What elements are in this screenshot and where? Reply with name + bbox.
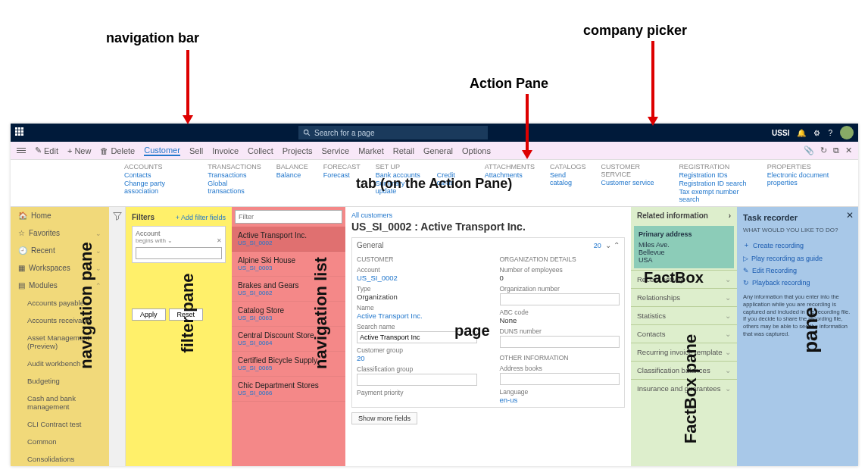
- factbox-primary-address[interactable]: Primary address Miles Ave. Bellevue USA: [634, 226, 734, 268]
- nav-home[interactable]: 🏠 Home: [11, 207, 109, 224]
- lbl-numemp: Number of employees: [500, 266, 620, 274]
- navlist-filter[interactable]: [235, 210, 342, 224]
- label-pane: pane: [799, 307, 823, 353]
- page-title: US_SI_0002 : Active Transport Inc.: [351, 221, 625, 233]
- tp-create[interactable]: ＋ Create recording: [743, 238, 852, 252]
- lbl-addrbooks: Address books: [500, 365, 620, 372]
- bell-icon[interactable]: 🔔: [797, 129, 806, 137]
- ap-prop[interactable]: Electronic document properties: [767, 171, 851, 186]
- tab-market[interactable]: Market: [358, 146, 384, 155]
- tp-play[interactable]: ▷ Play recording as guide: [743, 252, 852, 265]
- ap-accounts-hdr: ACCOUNTS: [124, 163, 192, 171]
- nav-m6[interactable]: Cash and bank management: [11, 390, 109, 415]
- tab-collect[interactable]: Collect: [248, 146, 273, 155]
- tab-service[interactable]: Service: [321, 146, 349, 155]
- filter-account-input[interactable]: [136, 247, 222, 259]
- tab-projects[interactable]: Projects: [283, 146, 313, 155]
- ap-balance[interactable]: Balance: [276, 171, 308, 179]
- classgroup-input[interactable]: [357, 374, 477, 386]
- val-name[interactable]: Active Transport Inc.: [357, 312, 477, 320]
- ap-reg3[interactable]: Tax exempt number search: [679, 188, 751, 203]
- lbl-custgroup: Customer group: [357, 346, 477, 354]
- nav-favorites[interactable]: ☆ Favorites⌄: [11, 224, 109, 242]
- ap-forecast-hdr: FORECAST: [323, 163, 361, 171]
- filter-toggle[interactable]: [109, 207, 126, 466]
- lbl-orgdet: ORGANIZATION DETAILS: [500, 255, 620, 263]
- tab-options[interactable]: Options: [462, 146, 491, 155]
- annot-nav-bar: navigation bar: [106, 30, 199, 46]
- lbl-orgnum: Organization number: [500, 285, 620, 293]
- label-tab-action: tab (on the Action Pane): [356, 176, 512, 192]
- addrbooks-input[interactable]: [500, 373, 620, 385]
- hamburger-icon[interactable]: [17, 148, 26, 153]
- section-general[interactable]: General: [357, 241, 384, 249]
- nav-m8[interactable]: Common: [11, 433, 109, 450]
- attach-icon[interactable]: 📎: [804, 146, 814, 155]
- nav-m5[interactable]: Budgeting: [11, 372, 109, 390]
- nav-m7[interactable]: CLI Contract test: [11, 415, 109, 433]
- val-custgroup[interactable]: 20: [357, 354, 477, 362]
- ap-attach-hdr: ATTACHMENTS: [485, 163, 535, 171]
- help-icon[interactable]: ?: [828, 129, 832, 137]
- ap-cs-hdr: CUSTOMER SERVICE: [601, 163, 664, 178]
- label-nav-list: navigation list: [311, 257, 331, 369]
- ap-reg1[interactable]: Registration IDs: [679, 171, 751, 179]
- lbl-classgroup: Classification group: [357, 365, 477, 373]
- show-more-button[interactable]: Show more fields: [351, 412, 417, 424]
- taskpane-close-icon[interactable]: ✕: [846, 210, 854, 221]
- refresh-icon[interactable]: ↻: [820, 146, 827, 155]
- ap-trans[interactable]: Transactions: [208, 171, 261, 179]
- orgnum-input[interactable]: [500, 293, 620, 305]
- ap-sendcat[interactable]: Send catalog: [550, 171, 586, 186]
- ap-contacts[interactable]: Contacts: [124, 171, 192, 179]
- val-account[interactable]: US_SI_0002: [357, 274, 477, 282]
- action-toolbar: ✎ Edit + New 🗑 Delete Customer Sell Invo…: [11, 142, 858, 160]
- tab-sell[interactable]: Sell: [189, 146, 203, 155]
- delete-button[interactable]: 🗑 Delete: [100, 146, 135, 155]
- breadcrumb[interactable]: All customers: [351, 211, 625, 219]
- tab-general[interactable]: General: [423, 146, 453, 155]
- add-filter-link[interactable]: + Add filter fields: [176, 214, 226, 221]
- annot-action-pane: Action Pane: [470, 76, 548, 92]
- avatar[interactable]: [840, 126, 854, 139]
- tab-retail[interactable]: Retail: [393, 146, 414, 155]
- ap-setup-hdr: SET UP: [376, 163, 422, 171]
- factbox-header[interactable]: Related information›: [631, 207, 737, 224]
- edit-button[interactable]: ✎ Edit: [35, 146, 58, 155]
- filters-title: Filters: [132, 213, 155, 221]
- tab-invoice[interactable]: Invoice: [212, 146, 239, 155]
- apply-button[interactable]: Apply: [132, 308, 166, 321]
- gear-icon[interactable]: ⚙: [813, 129, 820, 137]
- tp-playback[interactable]: ↻ Playback recording: [743, 277, 852, 289]
- new-button[interactable]: + New: [67, 146, 91, 155]
- task-recorder-pane: ✕ Task recorder WHAT WOULD YOU LIKE TO D…: [737, 207, 858, 466]
- fb-stats[interactable]: Statistics⌄: [631, 306, 737, 324]
- ap-forecast[interactable]: Forecast: [323, 171, 361, 179]
- tp-edit[interactable]: ✎ Edit Recording: [743, 265, 852, 277]
- app-launcher-icon[interactable]: [15, 127, 26, 138]
- duns-input[interactable]: [500, 336, 620, 348]
- label-factbox-pane: FactBox pane: [681, 334, 701, 443]
- app-window: Search for a page USSI 🔔 ⚙ ? ✎ Edit + Ne…: [11, 124, 858, 466]
- ap-global-trans[interactable]: Global transactions: [208, 180, 261, 195]
- search-box[interactable]: Search for a page: [298, 126, 488, 139]
- tab-customer[interactable]: Customer: [144, 146, 180, 156]
- ap-prop-hdr: PROPERTIES: [767, 163, 851, 171]
- val-abc: None: [500, 316, 620, 324]
- lbl-lang: Language: [500, 388, 620, 396]
- ap-change-party[interactable]: Change party association: [124, 180, 192, 195]
- ap-cs[interactable]: Customer service: [601, 179, 664, 186]
- close-icon[interactable]: ✕: [845, 146, 852, 155]
- ap-balance-hdr: BALANCE: [276, 163, 308, 171]
- ap-reg2[interactable]: Registration ID search: [679, 180, 751, 187]
- fb-rel[interactable]: Relationships⌄: [631, 288, 737, 306]
- lbl-name: Name: [357, 304, 477, 312]
- list-item[interactable]: Active Transport Inc.US_SI_0002: [232, 227, 345, 252]
- popup-icon[interactable]: ⧉: [833, 146, 839, 155]
- company-picker[interactable]: USSI: [772, 129, 789, 137]
- val-lang[interactable]: en-us: [500, 396, 620, 404]
- nav-m9[interactable]: Consolidations: [11, 450, 109, 466]
- list-item[interactable]: Chic Department StoresUS_SI_0066: [232, 377, 345, 402]
- lbl-other: OTHER INFORMATION: [500, 354, 620, 362]
- search-icon: [303, 129, 311, 137]
